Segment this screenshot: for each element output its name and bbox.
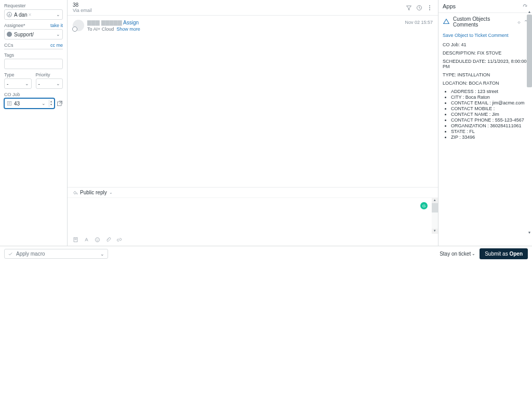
grammarly-icon[interactable]: G: [420, 202, 428, 209]
ccs-label: CCs: [4, 43, 14, 48]
submit-button[interactable]: Submit as Open: [480, 248, 528, 259]
assignee-label: Assignee* take it: [4, 23, 63, 28]
message: ▇▇▇ ▇▇▇▇▇ Assign To AI+ Cloud Show more: [73, 20, 433, 32]
requester-value: A dan: [14, 12, 28, 18]
type-dropdown[interactable]: - ⌄: [4, 78, 32, 89]
conversation-header: 38 Via email: [68, 0, 438, 16]
ticket-via: Via email: [73, 8, 92, 13]
svg-point-8: [97, 239, 97, 240]
co-job-dropdown[interactable]: 43 ⌄ ▴ ▾: [4, 98, 55, 109]
description-line: DESCRIPTION: FIX STOVE: [443, 50, 528, 56]
emoji-icon[interactable]: [95, 237, 100, 243]
ticket-footer: Apply macro ⌄ Stay on ticket ⌄ Submit as…: [0, 246, 532, 261]
reply-scrollbar[interactable]: ▴ ▾: [432, 198, 438, 234]
reply-type-selector[interactable]: Public reply ⌄: [68, 188, 438, 197]
note-icon[interactable]: [73, 237, 78, 243]
location-list: ADDRESS : 123 street CITY : Boca Raton C…: [443, 89, 528, 140]
scheduled-line: SCHEDULED DATE: 11/1/2023, 8:00:00 PM: [443, 59, 528, 69]
pin-icon[interactable]: ⟐: [517, 19, 521, 25]
apps-header: Apps: [443, 3, 456, 9]
list-item: CONTACT PHONE : 555-123-4567: [451, 117, 528, 123]
submit-status: Open: [509, 251, 523, 257]
svg-point-4: [429, 7, 430, 8]
scroll-up-icon[interactable]: ▴: [527, 9, 532, 15]
assign-link[interactable]: Assign: [123, 20, 139, 25]
svg-point-7: [95, 237, 99, 242]
type-label: Type: [4, 72, 32, 77]
attachment-icon[interactable]: [105, 237, 111, 243]
show-more-link[interactable]: Show more: [116, 26, 140, 32]
avatar: [73, 20, 84, 31]
cc-me-link[interactable]: cc me: [50, 43, 63, 48]
job-line: CO Job: 41: [443, 42, 528, 47]
scroll-up-icon[interactable]: ▴: [432, 198, 438, 203]
app-body: Save Object to Ticket Comment CO Job: 41…: [438, 33, 532, 144]
requester-label: Requester: [4, 3, 63, 8]
scroll-down-icon[interactable]: ▾: [527, 230, 532, 235]
redacted-name: ▇▇▇ ▇▇▇▇▇: [87, 20, 122, 25]
list-item: CONTACT EMAIL : jim@acme.com: [451, 100, 528, 105]
conversation-panel: 38 Via email Nov 02 15:57 ▇▇▇ ▇▇▇▇▇ Assi…: [68, 0, 438, 246]
app-card: Custom Objects Comments ⟐ ⌃ Save Object …: [438, 12, 532, 144]
assignee-field: Assignee* take it Support/ ⌄: [4, 23, 63, 39]
apps-panel: Apps Custom Objects Comments ⟐ ⌃ Save Ob…: [438, 0, 532, 246]
svg-point-5: [429, 9, 430, 10]
scroll-thumb[interactable]: [527, 15, 532, 87]
svg-point-3: [429, 5, 430, 6]
reply-composer: Public reply ⌄ G ▴ ▾: [68, 187, 438, 246]
apps-scrollbar[interactable]: ▴ ▾: [527, 15, 532, 246]
priority-field: Priority - ⌄: [36, 72, 63, 89]
co-job-field: CO Job 43 ⌄ ▴ ▾: [4, 92, 63, 109]
reply-textarea[interactable]: G ▴ ▾: [68, 197, 438, 234]
tags-label: Tags: [4, 52, 63, 58]
ccs-field: CCs cc me: [4, 43, 63, 49]
link-icon[interactable]: [116, 237, 122, 243]
list-item: ZIP : 33496: [451, 135, 528, 140]
type-field: Type - ⌄: [4, 72, 32, 89]
tags-input[interactable]: [4, 59, 63, 69]
tags-field: Tags: [4, 52, 63, 69]
chevron-down-icon: ⌄: [109, 190, 113, 195]
ticket-properties-sidebar: Requester A A dan × ⌄ Assignee* take it …: [0, 0, 68, 246]
refresh-icon[interactable]: [522, 4, 528, 9]
macro-icon: [8, 251, 13, 257]
ticket-number: 38: [73, 2, 92, 8]
stay-label: Stay on ticket: [440, 251, 471, 257]
filter-icon[interactable]: [406, 5, 412, 11]
assignee-label-text: Assignee*: [4, 23, 25, 28]
chevron-down-icon: ⌄: [42, 101, 46, 106]
chevron-down-icon: ⌄: [25, 81, 29, 86]
apply-macro-dropdown[interactable]: Apply macro ⌄: [4, 249, 108, 259]
macro-label: Apply macro: [16, 251, 45, 257]
list-item: STATE : FL: [451, 129, 528, 134]
stay-on-ticket-dropdown[interactable]: Stay on ticket ⌄: [440, 251, 475, 257]
chevron-down-icon: ⌄: [56, 81, 60, 86]
scroll-down-icon[interactable]: ▾: [432, 229, 438, 234]
events-icon[interactable]: [416, 5, 422, 11]
list-item: CONTACT MOBILE :: [451, 106, 528, 111]
take-it-link[interactable]: take it: [50, 23, 63, 28]
requester-dropdown[interactable]: A A dan × ⌄: [4, 9, 63, 20]
chevron-down-icon: ⌄: [100, 251, 104, 257]
message-timestamp: Nov 02 15:57: [405, 20, 433, 25]
more-icon[interactable]: [427, 5, 433, 11]
stepper-down-icon[interactable]: ▾: [49, 103, 53, 106]
lookup-icon: [7, 101, 12, 106]
assignee-dropdown[interactable]: Support/ ⌄: [4, 29, 63, 39]
type-value: -: [7, 81, 8, 87]
chevron-down-icon: ⌄: [56, 32, 60, 37]
save-object-link[interactable]: Save Object to Ticket Comment: [443, 33, 528, 38]
priority-dropdown[interactable]: - ⌄: [36, 78, 63, 89]
type-line: TYPE: INSTALLATION: [443, 72, 528, 77]
group-icon: [7, 32, 12, 37]
app-icon: [443, 18, 450, 25]
to-value: AI+ Cloud: [94, 26, 114, 32]
list-item: CITY : Boca Raton: [451, 95, 528, 100]
to-prefix: To: [87, 26, 94, 32]
external-link-icon[interactable]: [57, 100, 63, 107]
scroll-thumb[interactable]: [432, 203, 438, 212]
close-icon[interactable]: ×: [29, 12, 32, 18]
text-format-icon[interactable]: [84, 237, 89, 243]
submit-prefix: Submit as: [485, 251, 509, 257]
priority-label: Priority: [36, 72, 63, 77]
